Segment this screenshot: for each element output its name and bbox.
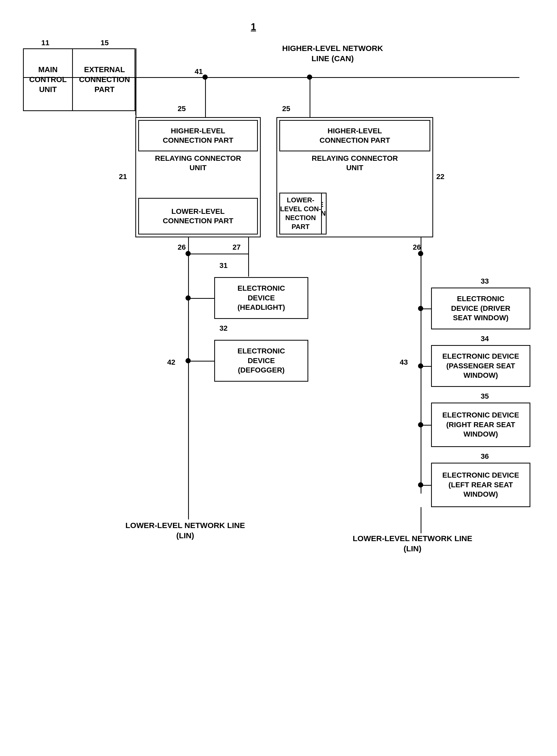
device-31-box: ELECTRONICDEVICE(HEADLIGHT) [214,277,308,319]
dot-33 [418,306,423,311]
vline-41-down [205,77,206,117]
hline-to-31 [188,298,215,299]
ref-11: 11 [41,39,49,47]
ref-31: 31 [219,261,228,270]
main-control-unit-label: MAINCONTROLUNIT [24,49,72,110]
lower-network-lin-left: LOWER-LEVEL NETWORK LINE(LIN) [125,520,245,540]
vline-27-down [248,237,249,277]
bottom-split-22: OTHER LINECONNECTIONPART LOWER-LEVEL CON… [279,193,430,234]
ref-26-left: 26 [178,243,186,251]
ref-33: 33 [481,277,489,285]
lower-conn-part-22: LOWER-LEVEL CON-NECTIONPART [279,193,322,234]
device-34-box: ELECTRONIC DEVICE(PASSENGER SEATWINDOW) [431,345,530,387]
lower-network-lin-right: LOWER-LEVEL NETWORK LINE(LIN) [353,533,472,554]
main-control-unit-box: MAINCONTROLUNIT EXTERNALCONNECTIONPART [23,48,135,111]
ref-15: 15 [100,39,109,47]
hline-26-27 [188,254,249,254]
vline-lin-right-extend [421,507,421,533]
vline-left-main [136,48,136,117]
device-33-box: ELECTRONICDEVICE (DRIVERSEAT WINDOW) [431,287,530,329]
hline-main-to-network [136,77,206,78]
relaying-label-21: RELAYING CONNECTORUNIT [136,154,260,172]
dot-32 [185,358,191,363]
device-35-box: ELECTRONIC DEVICE(RIGHT REAR SEATWINDOW) [431,402,530,447]
ref-26-right: 26 [413,243,421,251]
dot-34 [418,363,423,369]
ref-27: 27 [233,243,241,251]
ref-35: 35 [481,392,489,400]
ref-22: 22 [436,172,444,181]
diagram: 1 11 15 MAINCONTROLUNIT EXTERNALCONNECTI… [0,0,557,756]
top-ref: 1 [251,21,256,33]
device-32-box: ELECTRONICDEVICE(DEFOGGER) [214,340,308,382]
ref-25-left: 25 [178,105,186,113]
dot-36 [418,482,423,487]
device-36-box: ELECTRONIC DEVICE(LEFT REAR SEATWINDOW) [431,463,530,507]
higher-conn-part-21: HIGHER-LEVELCONNECTION PART [138,120,258,151]
vline-21-down [188,237,189,494]
ref-34: 34 [481,335,489,343]
ref-41: 41 [195,67,203,76]
dot-31 [185,296,191,301]
ref-25-right: 25 [282,105,290,113]
ref-43: 43 [400,358,408,366]
ref-36: 36 [481,452,489,460]
vline-lin-left-extend [188,493,189,520]
hline-to-32 [188,361,215,362]
external-connection-label: EXTERNALCONNECTIONPART [73,49,136,110]
dot-35 [418,422,423,427]
relaying-unit-21-box: HIGHER-LEVELCONNECTION PART RELAYING CON… [135,117,261,237]
higher-network-hline [23,77,519,78]
ref-21: 21 [119,172,127,181]
relaying-label-22: RELAYING CONNECTORUNIT [277,154,432,172]
lower-conn-part-21: LOWER-LEVELCONNECTION PART [138,198,258,234]
ref-32: 32 [219,324,228,333]
relaying-unit-22-box: HIGHER-LEVELCONNECTION PART RELAYING CON… [276,117,433,237]
higher-network-label: HIGHER-LEVEL NETWORKLINE (CAN) [282,43,383,63]
ref-42: 42 [167,358,175,366]
vline-can-right-down [310,77,311,117]
higher-conn-part-22: HIGHER-LEVELCONNECTION PART [279,120,430,151]
dot-26-right [418,251,423,256]
